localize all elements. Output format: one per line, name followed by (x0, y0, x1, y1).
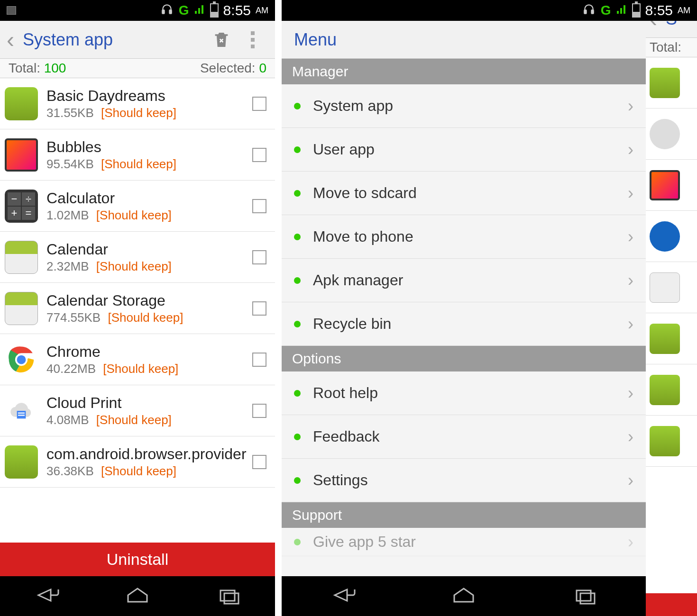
sliver-row[interactable] (646, 416, 697, 467)
menu-item[interactable]: Move to sdcard› (282, 172, 646, 215)
app-name: Basic Daydreams (46, 87, 252, 105)
chevron-right-icon: › (628, 471, 633, 490)
menu-item-label: Apk manager (313, 272, 628, 289)
app-checkbox[interactable] (252, 250, 266, 264)
app-info: Calendar2.32MB [Should keep] (46, 241, 252, 274)
menu-item[interactable]: Feedback› (282, 415, 646, 459)
app-icon (5, 445, 38, 479)
bullet-icon (294, 390, 301, 397)
chevron-right-icon: › (628, 383, 633, 403)
selected-label: Selected: 0 (200, 61, 266, 76)
svg-rect-9 (224, 593, 238, 604)
sliver-row[interactable] (646, 262, 697, 313)
app-row[interactable]: Cloud Print4.08MB [Should keep] (0, 385, 275, 436)
menu-drawer: G 8:55 AM Menu ManagerSystem app›User ap… (282, 0, 646, 616)
battery-icon (210, 3, 219, 18)
app-icon: −÷+= (5, 190, 38, 223)
app-note: [Should keep] (98, 157, 176, 171)
sliver-row[interactable] (646, 211, 697, 262)
menu-list[interactable]: ManagerSystem app›User app›Move to sdcar… (282, 59, 646, 576)
recycle-icon[interactable] (210, 28, 233, 52)
menu-item-label: Give app 5 star (313, 533, 628, 551)
svg-rect-12 (577, 590, 591, 601)
menu-item[interactable]: Move to phone› (282, 215, 646, 259)
status-ampm: AM (256, 6, 268, 16)
sliver-row[interactable] (646, 364, 697, 416)
menu-section-header: Options (282, 346, 646, 371)
app-info: Chrome40.22MB [Should keep] (46, 343, 252, 376)
app-icon (5, 394, 38, 427)
bullet-icon (294, 146, 301, 153)
stats-bar: Total: 100 Selected: 0 (0, 59, 275, 78)
menu-item[interactable]: Settings› (282, 459, 646, 502)
app-checkbox[interactable] (252, 148, 266, 162)
sliver-uninstall[interactable] (646, 593, 697, 616)
app-checkbox[interactable] (252, 455, 266, 469)
uninstall-button[interactable]: Uninstall (0, 543, 275, 576)
menu-item[interactable]: Recycle bin› (282, 302, 646, 346)
app-row[interactable]: Calendar2.32MB [Should keep] (0, 232, 275, 283)
nav-back-icon[interactable] (328, 585, 357, 607)
bullet-icon (294, 234, 301, 240)
app-checkbox[interactable] (252, 404, 266, 418)
app-info: Basic Daydreams31.55KB [Should keep] (46, 87, 252, 120)
menu-item[interactable]: Apk manager› (282, 259, 646, 302)
nav-recent-icon[interactable] (571, 585, 599, 607)
menu-item-label: Root help (313, 384, 628, 402)
sliver-row[interactable] (646, 57, 697, 109)
nav-home-icon[interactable] (449, 585, 478, 607)
chevron-right-icon: › (628, 183, 633, 203)
app-note: [Should keep] (98, 106, 176, 120)
app-checkbox[interactable] (252, 353, 266, 367)
menu-item[interactable]: Give app 5 star› (282, 528, 646, 556)
nav-home-icon[interactable] (123, 585, 152, 607)
app-row[interactable]: Calendar Storage774.55KB [Should keep] (0, 283, 275, 334)
svg-point-4 (16, 354, 27, 365)
status-right: G 8:55 AM (160, 2, 268, 18)
menu-item[interactable]: Root help› (282, 371, 646, 415)
app-info: Calculator1.02MB [Should keep] (46, 190, 252, 223)
menu-item-label: User app (313, 141, 628, 158)
svg-rect-5 (17, 411, 26, 418)
app-name: Cloud Print (46, 394, 252, 412)
sliver-icon (650, 375, 680, 405)
app-checkbox[interactable] (252, 199, 266, 213)
sliver-row[interactable] (646, 313, 697, 364)
sliver-row[interactable] (646, 109, 697, 160)
sliver-row[interactable] (646, 160, 697, 211)
app-row[interactable]: Bubbles95.54KB [Should keep] (0, 129, 275, 181)
menu-item[interactable]: User app› (282, 128, 646, 172)
menu-title: Menu (288, 30, 337, 50)
chevron-right-icon: › (628, 427, 633, 447)
bullet-icon (294, 277, 301, 284)
nav-bar (0, 576, 275, 616)
menu-item[interactable]: System app› (282, 84, 646, 128)
app-checkbox[interactable] (252, 97, 266, 111)
app-name: com.android.browser.provider (46, 445, 252, 463)
nav-bar (282, 576, 646, 616)
app-row[interactable]: com.android.browser.provider36.38KB [Sho… (0, 436, 275, 488)
chevron-right-icon: › (628, 140, 633, 160)
sliver-icon (650, 272, 680, 303)
bullet-icon (294, 477, 301, 484)
headphones-icon (582, 3, 596, 18)
back-icon[interactable]: ‹ (7, 27, 14, 53)
app-row[interactable]: −÷+=Calculator1.02MB [Should keep] (0, 181, 275, 232)
nav-back-icon[interactable] (32, 585, 60, 607)
overflow-icon[interactable] (241, 28, 265, 52)
sliver-icon (650, 426, 680, 456)
total-label: Total: 100 (9, 61, 66, 76)
notification-icon (7, 6, 16, 15)
total-value: 100 (44, 61, 66, 75)
app-list[interactable]: Basic Daydreams31.55KB [Should keep]Bubb… (0, 78, 275, 543)
app-row[interactable]: Chrome40.22MB [Should keep] (0, 334, 275, 385)
sliver-icon (650, 119, 680, 149)
app-icon (5, 138, 38, 172)
page-title: System app (23, 30, 206, 50)
screen-menu-drawer: ‹ S Total: G 8:55 AM (282, 0, 697, 616)
app-row[interactable]: Basic Daydreams31.55KB [Should keep] (0, 78, 275, 129)
menu-item-label: Feedback (313, 428, 628, 445)
app-name: Chrome (46, 343, 252, 361)
nav-recent-icon[interactable] (215, 585, 243, 607)
app-checkbox[interactable] (252, 301, 266, 316)
